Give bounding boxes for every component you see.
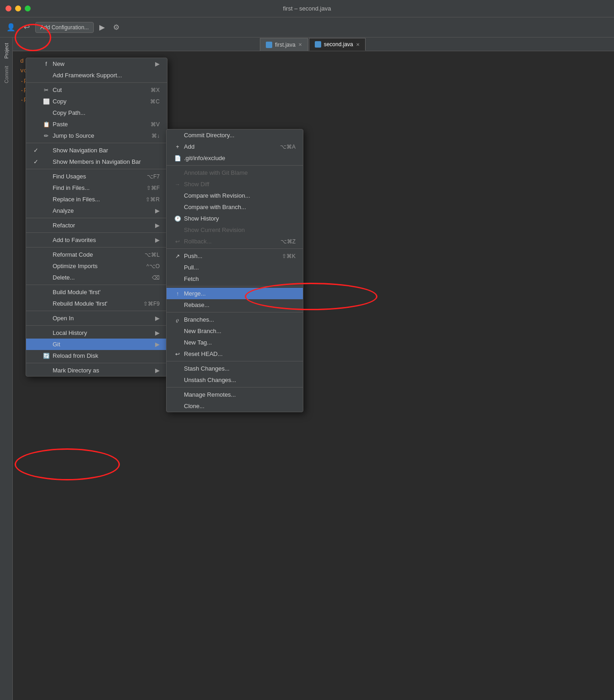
menu-shortcut-reformat-code: ⌥⌘L	[145, 252, 160, 258]
menu-separator	[26, 169, 167, 169]
menu-label-git: Git	[53, 341, 151, 348]
menu-item-replace-in-files[interactable]: Replace in Files...⇧⌘R	[26, 194, 167, 205]
menu-label-paste: Paste	[53, 121, 140, 128]
tab-first-java[interactable]: first.java ✕	[260, 38, 308, 51]
git-label-show-current-revision: Show Current Revision	[184, 226, 296, 233]
menu-item-new[interactable]: fNew▶	[26, 58, 167, 70]
menu-item-cut[interactable]: ✂Cut⌘X	[26, 84, 167, 96]
menu-icon-new: f	[43, 61, 50, 67]
window-controls	[5, 5, 31, 11]
git-label-compare-revision: Compare with Revision...	[184, 192, 296, 199]
menu-item-build-module[interactable]: Build Module 'first'	[26, 286, 167, 298]
context-menu-git: Commit Directory...+Add⌥⌘A📄.git/info/exc…	[166, 129, 303, 412]
git-menu-item-add[interactable]: +Add⌥⌘A	[167, 141, 303, 152]
menu-shortcut-delete: ⌫	[152, 275, 160, 281]
menu-item-rebuild-module[interactable]: Rebuild Module 'first'⇧⌘F9	[26, 298, 167, 309]
menu-item-reload-from-disk[interactable]: 🔄Reload from Disk	[26, 350, 167, 361]
git-menu-item-pull[interactable]: Pull...	[167, 262, 303, 273]
tab-close-icon-2[interactable]: ✕	[356, 42, 360, 47]
tab-first-label: first.java	[275, 42, 296, 48]
git-menu-item-git-info-exclude[interactable]: 📄.git/info/exclude	[167, 152, 303, 164]
git-label-merge: Merge...	[184, 290, 296, 297]
menu-icon-reload-from-disk: 🔄	[43, 353, 50, 359]
menu-item-analyze[interactable]: Analyze▶	[26, 205, 167, 216]
settings-icon[interactable]: ⚙	[110, 21, 122, 33]
menu-item-open-in[interactable]: Open In▶	[26, 312, 167, 324]
menu-item-copy[interactable]: ⬜Copy⌘C	[26, 96, 167, 107]
git-menu-item-stash-changes[interactable]: Stash Changes...	[167, 363, 303, 374]
menu-icon-cut: ✂	[43, 87, 50, 93]
vcs-icon[interactable]: 👤	[4, 21, 18, 33]
git-menu-item-commit-directory[interactable]: Commit Directory...	[167, 129, 303, 141]
back-icon[interactable]: ↩	[21, 21, 32, 33]
git-menu-item-rollback: ↩Rollback...⌥⌘Z	[167, 236, 303, 247]
git-label-rollback: Rollback...	[184, 238, 269, 245]
menu-item-git[interactable]: Git▶	[26, 339, 167, 350]
sidebar-item-commit[interactable]: Commit	[2, 62, 11, 87]
git-menu-separator	[167, 165, 303, 166]
run-button[interactable]: ▶	[97, 21, 108, 33]
menu-item-paste[interactable]: 📋Paste⌘V	[26, 118, 167, 130]
java-icon-2	[315, 41, 321, 48]
git-menu-item-compare-branch[interactable]: Compare with Branch...	[167, 201, 303, 213]
add-configuration-button[interactable]: Add Configuration...	[35, 22, 94, 33]
menu-item-delete[interactable]: Delete...⌫	[26, 272, 167, 283]
git-menu-item-reset-head[interactable]: ↩Reset HEAD...	[167, 348, 303, 360]
git-icon-branches: 𝜌	[174, 317, 181, 323]
menu-item-reformat-code[interactable]: Reformat Code⌥⌘L	[26, 249, 167, 260]
menu-arrow-local-history: ▶	[155, 329, 160, 336]
git-menu-item-branches[interactable]: 𝜌Branches...	[167, 314, 303, 325]
git-label-branches: Branches...	[184, 316, 296, 323]
git-menu-item-compare-revision[interactable]: Compare with Revision...	[167, 190, 303, 201]
minimize-button[interactable]	[15, 5, 21, 11]
menu-item-add-to-favorites[interactable]: Add to Favorites▶	[26, 234, 167, 246]
git-menu-item-manage-remotes[interactable]: Manage Remotes...	[167, 389, 303, 400]
git-menu-item-rebase[interactable]: Rebase...	[167, 299, 303, 311]
git-label-clone: Clone...	[184, 403, 296, 409]
tab-close-icon[interactable]: ✕	[298, 42, 302, 47]
menu-item-refactor[interactable]: Refactor▶	[26, 220, 167, 231]
menu-item-mark-directory[interactable]: Mark Directory as▶	[26, 365, 167, 376]
menu-label-new: New	[53, 60, 151, 67]
menu-label-build-module: Build Module 'first'	[53, 289, 160, 296]
menu-item-optimize-imports[interactable]: Optimize Imports^⌥O	[26, 260, 167, 272]
tab-second-java[interactable]: second.java ✕	[309, 38, 366, 51]
menu-item-show-members[interactable]: ✓Show Members in Navigation Bar	[26, 156, 167, 167]
menu-label-copy: Copy	[53, 98, 139, 105]
titlebar: first – second.java	[0, 0, 614, 17]
git-menu-item-fetch[interactable]: Fetch	[167, 273, 303, 285]
git-menu-item-merge[interactable]: ↑Merge...	[167, 288, 303, 299]
git-menu-item-unstash-changes[interactable]: Unstash Changes...	[167, 374, 303, 386]
menu-shortcut-replace-in-files: ⇧⌘R	[145, 196, 160, 203]
close-button[interactable]	[5, 5, 11, 11]
git-shortcut-rollback: ⌥⌘Z	[280, 238, 296, 245]
git-menu-item-clone[interactable]: Clone...	[167, 400, 303, 412]
menu-item-find-in-files[interactable]: Find in Files...⇧⌘F	[26, 182, 167, 194]
sidebar-item-project[interactable]: Project	[2, 39, 11, 62]
tab-bar: first.java ✕ second.java ✕	[13, 38, 614, 51]
git-menu-item-show-history[interactable]: 🕐Show History	[167, 213, 303, 224]
menu-arrow-add-to-favorites: ▶	[155, 237, 160, 243]
menu-label-copy-path: Copy Path...	[53, 109, 160, 116]
git-menu-item-push[interactable]: ↗Push...⇧⌘K	[167, 250, 303, 262]
menu-check-show-nav-bar: ✓	[33, 147, 41, 154]
menu-item-local-history[interactable]: Local History▶	[26, 327, 167, 339]
git-menu-item-new-tag[interactable]: New Tag...	[167, 337, 303, 348]
menu-arrow-refactor: ▶	[155, 222, 160, 229]
git-icon-reset-head: ↩	[174, 351, 181, 357]
menu-label-cut: Cut	[53, 86, 140, 93]
menu-arrow-analyze: ▶	[155, 207, 160, 214]
menu-item-copy-path[interactable]: Copy Path...	[26, 107, 167, 118]
git-icon-push: ↗	[174, 253, 181, 259]
menu-item-jump-to-source[interactable]: ✏Jump to Source⌘↓	[26, 130, 167, 141]
menu-shortcut-find-in-files: ⇧⌘F	[146, 185, 160, 191]
git-menu-item-new-branch[interactable]: New Branch...	[167, 325, 303, 337]
menu-item-find-usages[interactable]: Find Usages⌥F7	[26, 171, 167, 182]
git-label-show-diff: Show Diff	[184, 181, 296, 188]
git-icon-rollback: ↩	[174, 238, 181, 245]
maximize-button[interactable]	[25, 5, 31, 11]
git-menu-separator	[167, 286, 303, 286]
menu-item-show-nav-bar[interactable]: ✓Show Navigation Bar	[26, 145, 167, 156]
menu-label-mark-directory: Mark Directory as	[53, 367, 151, 374]
menu-item-add-framework[interactable]: Add Framework Support...	[26, 70, 167, 81]
